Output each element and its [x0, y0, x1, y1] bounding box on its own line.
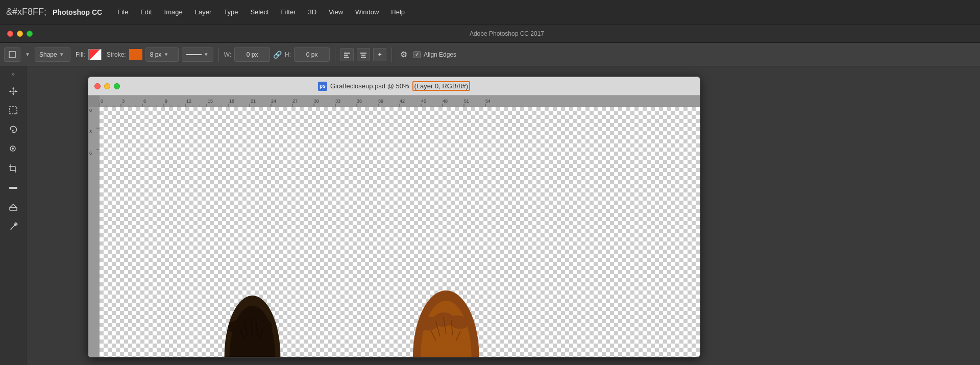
svg-text:12: 12 [186, 99, 191, 104]
menu-item-view[interactable]: View [324, 6, 348, 18]
svg-rect-4 [360, 53, 366, 54]
close-button[interactable] [7, 31, 13, 37]
align-left-icon[interactable] [340, 48, 354, 61]
menu-bar: &#xF8FF; Photoshop CC File Edit Image La… [0, 0, 980, 25]
width-input[interactable]: 0 px [234, 47, 270, 62]
svg-text:6: 6 [143, 99, 146, 104]
document-fullscreen-button[interactable] [114, 83, 120, 89]
menu-item-filter[interactable]: Filter [276, 6, 301, 18]
height-label: H: [285, 51, 291, 58]
svg-text:3: 3 [122, 99, 125, 104]
document-title-highlight: (Layer 0, RGB/8#) [412, 81, 471, 91]
minimize-button[interactable] [17, 31, 23, 37]
crop-tool-button[interactable] [4, 159, 22, 178]
ruler-left-svg: 0 3 6 [88, 107, 100, 357]
toolbar-divider-2 [335, 47, 335, 62]
width-value: 0 px [247, 51, 258, 58]
menu-item-layer[interactable]: Layer [190, 6, 217, 18]
brush-tool-button[interactable] [4, 140, 22, 158]
stroke-size-value: 8 px [150, 51, 162, 58]
move-tool-button[interactable] [4, 82, 22, 100]
toolbar-divider-1 [218, 47, 219, 62]
apple-logo-icon[interactable]: &#xF8FF; [6, 7, 46, 17]
svg-text:51: 51 [464, 99, 469, 104]
svg-rect-5 [361, 55, 365, 56]
stroke-size-dropdown[interactable]: 8 px ▼ [145, 47, 179, 62]
svg-text:48: 48 [443, 99, 448, 104]
link-dimensions-icon[interactable]: 🔗 [273, 51, 282, 59]
svg-text:0: 0 [89, 108, 92, 113]
height-input[interactable]: 0 px [294, 47, 330, 62]
svg-point-10 [12, 148, 14, 150]
fill-color-swatch[interactable] [88, 49, 102, 60]
svg-text:27: 27 [292, 99, 298, 104]
options-bar: ▼ Shape ▼ Fill: Stroke: 8 px ▼ ▼ W: 0 px… [0, 43, 980, 66]
svg-rect-2 [344, 55, 348, 56]
toolbar-divider-3 [391, 47, 392, 62]
stroke-dash-dropdown[interactable]: ▼ [182, 47, 213, 62]
shape-mode-arrow-icon: ▼ [59, 52, 64, 57]
shape-mode-label: Shape [39, 51, 57, 58]
document-close-button[interactable] [94, 83, 101, 89]
ruler-top: 0 3 6 9 12 15 18 2 [100, 95, 700, 107]
menu-item-3d[interactable]: 3D [303, 6, 322, 18]
svg-text:42: 42 [400, 99, 405, 104]
svg-rect-8 [10, 107, 17, 114]
shape-dropdown-arrow[interactable]: ▼ [23, 47, 32, 62]
eraser-tool-button[interactable] [4, 198, 22, 216]
svg-text:3: 3 [89, 129, 92, 134]
document-minimize-button[interactable] [104, 83, 110, 89]
app-name: Photoshop CC [53, 8, 102, 16]
fullscreen-button[interactable] [27, 31, 33, 37]
ruler-corner [88, 95, 100, 107]
stroke-size-arrow-icon: ▼ [163, 52, 168, 57]
stroke-color-swatch[interactable] [129, 49, 142, 60]
canvas-content [100, 107, 700, 357]
menu-item-window[interactable]: Window [350, 6, 384, 18]
svg-marker-21 [10, 204, 16, 207]
shape-mode-dropdown[interactable]: Shape ▼ [35, 47, 70, 62]
svg-rect-77 [88, 107, 100, 357]
app-titlebar: Adobe Photoshop CC 2017 [0, 25, 980, 43]
ruler-left: 0 3 6 [88, 107, 100, 357]
svg-text:36: 36 [357, 99, 362, 104]
giraffe-paws-image [100, 250, 700, 357]
svg-rect-1 [344, 53, 350, 54]
stroke-dash-line-icon [186, 54, 202, 55]
menu-item-file[interactable]: File [112, 6, 133, 18]
menu-item-type[interactable]: Type [218, 6, 243, 18]
add-layer-icon[interactable]: ✦ [373, 48, 386, 61]
pencil-tool-button[interactable] [4, 217, 22, 236]
svg-text:6: 6 [89, 151, 92, 156]
svg-text:39: 39 [378, 99, 383, 104]
ruler-tool-button[interactable] [4, 179, 22, 197]
menu-item-help[interactable]: Help [386, 6, 410, 18]
menu-item-image[interactable]: Image [159, 6, 188, 18]
menu-item-select[interactable]: Select [245, 6, 274, 18]
svg-rect-15 [9, 187, 17, 189]
align-center-icon[interactable] [357, 48, 370, 61]
svg-rect-0 [9, 52, 15, 58]
marquee-tool-button[interactable] [4, 101, 22, 119]
document-title: ps Giraffecloseup.psd @ 50% (Layer 0, RG… [318, 81, 470, 91]
svg-rect-6 [361, 57, 366, 58]
settings-gear-icon[interactable]: ⚙ [397, 48, 410, 61]
svg-rect-3 [344, 57, 349, 58]
lasso-tool-button[interactable] [4, 120, 22, 139]
shape-rectangle-icon[interactable] [4, 47, 20, 62]
menu-item-edit[interactable]: Edit [135, 6, 157, 18]
app-title: Adobe Photoshop CC 2017 [470, 30, 544, 37]
left-toolbar: » [0, 66, 27, 365]
svg-text:9: 9 [165, 99, 167, 104]
svg-text:33: 33 [335, 99, 340, 104]
svg-text:18: 18 [229, 99, 234, 104]
stroke-label: Stroke: [107, 51, 126, 58]
document-window: ps Giraffecloseup.psd @ 50% (Layer 0, RG… [88, 77, 700, 357]
svg-rect-20 [10, 207, 17, 210]
svg-text:24: 24 [271, 99, 276, 104]
width-label: W: [224, 51, 231, 58]
svg-text:54: 54 [485, 99, 491, 104]
align-edges-checkbox[interactable]: ✓ [413, 51, 421, 58]
align-edges-label: Align Edges [424, 51, 456, 58]
toolbar-expand-button[interactable]: » [0, 69, 26, 79]
